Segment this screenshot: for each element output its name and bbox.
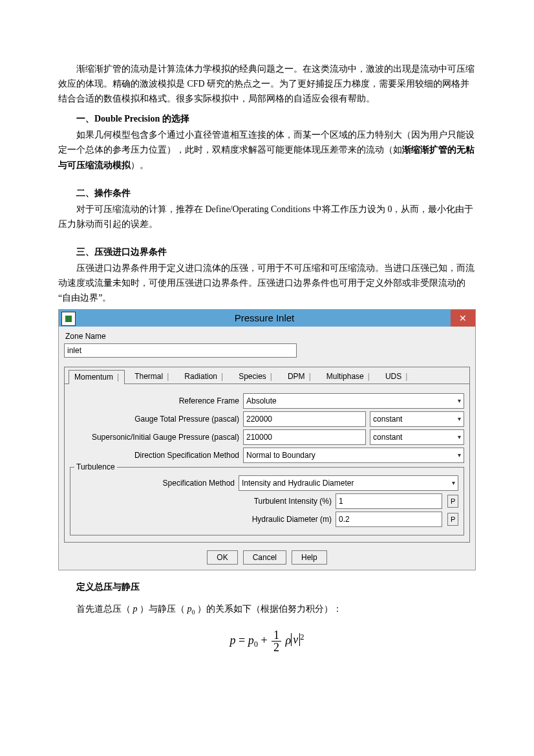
document-page: 渐缩渐扩管的流动是计算流体力学模拟的经典问题之一。在这类流动中，激波的出现是流动… xyxy=(0,0,534,692)
titlebar: Pressure Inlet ✕ xyxy=(59,310,475,327)
heading-1: 一、Double Precision 的选择 xyxy=(58,111,476,126)
chevron-down-icon: ▾ xyxy=(458,397,461,405)
subheading-total-static: 定义总压与静压 xyxy=(76,579,476,594)
reference-frame-label: Reference Frame xyxy=(70,396,239,405)
text: ）。 xyxy=(131,160,149,170)
p-button[interactable]: P xyxy=(447,495,458,508)
gauge-total-pressure-mode-select[interactable]: constant▾ xyxy=(370,411,464,427)
paragraph-2: 如果几何模型包含多个通过小直径管道相互连接的体，而某一个区域的压力特别大（因为用… xyxy=(58,127,476,172)
hydraulic-diameter-label: Hydraulic Diameter (m) xyxy=(76,515,332,524)
gauge-total-pressure-label: Gauge Total Pressure (pascal) xyxy=(70,415,239,424)
paragraph-4: 压强进口边界条件用于定义进口流体的压强，可用于不可压缩和可压缩流动。当进口压强已… xyxy=(58,261,476,305)
tab-dpm[interactable]: DPM| xyxy=(282,369,317,383)
paragraph-intro: 渐缩渐扩管的流动是计算流体力学模拟的经典问题之一。在这类流动中，激波的出现是流动… xyxy=(58,61,476,106)
specification-method-select[interactable]: Intensity and Hydraulic Diameter▾ xyxy=(239,475,458,491)
close-icon[interactable]: ✕ xyxy=(451,310,475,327)
tab-species[interactable]: Species| xyxy=(233,369,278,383)
help-button[interactable]: Help xyxy=(292,550,327,565)
zone-name-label: Zone Name xyxy=(65,332,470,341)
tabbar: Momentum| Thermal| Radiation| Species| D… xyxy=(65,367,469,384)
p-button[interactable]: P xyxy=(447,513,458,526)
heading-2: 二、操作条件 xyxy=(58,186,476,200)
tab-momentum[interactable]: Momentum| xyxy=(69,370,125,384)
supersonic-initial-pressure-label: Supersonic/Initial Gauge Pressure (pasca… xyxy=(70,433,239,442)
pressure-inlet-dialog: Pressure Inlet ✕ Zone Name Momentum| The… xyxy=(58,309,476,570)
tab-uds[interactable]: UDS| xyxy=(379,369,413,383)
tab-thermal[interactable]: Thermal| xyxy=(129,369,175,383)
tab-multiphase[interactable]: Multiphase| xyxy=(321,369,376,383)
reference-frame-select[interactable]: Absolute▾ xyxy=(243,393,464,409)
turbulent-intensity-input[interactable] xyxy=(336,493,442,509)
dialog-title: Pressure Inlet xyxy=(78,310,451,327)
paragraph-relation: 首先道总压（ p ）与静压（ p0 ）的关系如下（根据伯努力积分）： xyxy=(76,601,476,618)
turbulence-group: Turbulence Specification Method Intensit… xyxy=(70,467,464,535)
zone-name-input[interactable] xyxy=(64,343,297,358)
turbulent-intensity-label: Turbulent Intensity (%) xyxy=(76,497,332,506)
tab-radiation[interactable]: Radiation| xyxy=(178,369,229,383)
gauge-total-pressure-input[interactable] xyxy=(243,411,366,427)
turbulence-group-title: Turbulence xyxy=(74,462,117,471)
direction-specification-label: Direction Specification Method xyxy=(70,451,239,460)
tab-content-momentum: Reference Frame Absolute▾ Gauge Total Pr… xyxy=(65,384,469,542)
heading-3: 三、压强进口边界条件 xyxy=(58,244,476,259)
hydraulic-diameter-input[interactable] xyxy=(336,512,442,527)
chevron-down-icon: ▾ xyxy=(458,433,461,441)
specification-method-label: Specification Method xyxy=(76,479,235,488)
chevron-down-icon: ▾ xyxy=(452,479,455,487)
cancel-button[interactable]: Cancel xyxy=(243,550,286,565)
supersonic-initial-pressure-mode-select[interactable]: constant▾ xyxy=(370,429,464,445)
ok-button[interactable]: OK xyxy=(207,550,237,565)
formula-bernoulli: p = p0 + 12 ρv2 xyxy=(58,629,476,653)
button-row: OK Cancel Help xyxy=(64,550,470,565)
tabs-panel: Momentum| Thermal| Radiation| Species| D… xyxy=(64,367,470,543)
app-icon xyxy=(61,312,76,326)
chevron-down-icon: ▾ xyxy=(458,415,461,423)
chevron-down-icon: ▾ xyxy=(458,451,461,459)
dialog-body: Zone Name Momentum| Thermal| Radiation| … xyxy=(59,327,475,570)
direction-specification-select[interactable]: Normal to Boundary▾ xyxy=(243,448,464,463)
supersonic-initial-pressure-input[interactable] xyxy=(243,429,366,445)
paragraph-3: 对于可压缩流动的计算，推荐在 Define/Operating Conditio… xyxy=(58,202,476,232)
